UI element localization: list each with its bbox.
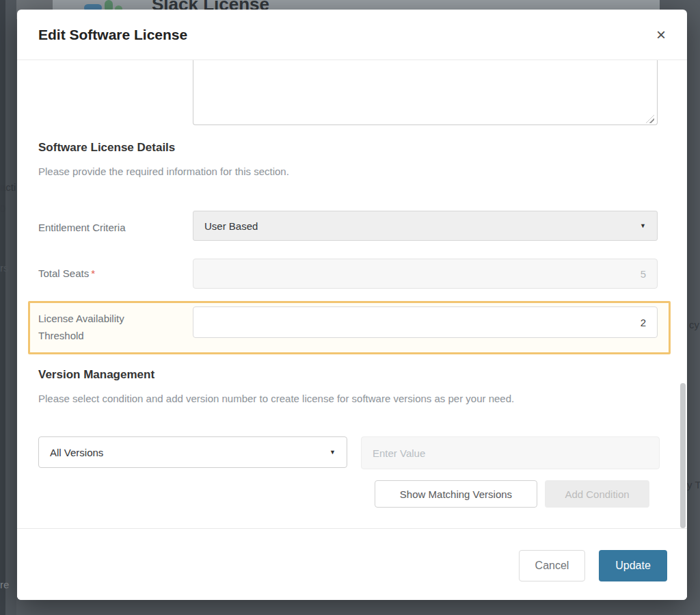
description-textarea[interactable]: [193, 60, 658, 125]
version-value-input[interactable]: [361, 436, 660, 469]
total-seats-input[interactable]: [193, 259, 658, 289]
license-availability-threshold-input[interactable]: [193, 306, 658, 338]
version-section-heading: Version Management: [38, 368, 154, 382]
modal-body: Software License Details Please provide …: [17, 60, 687, 528]
background-text-fragment: rs: [0, 262, 9, 274]
modal-scrollbar[interactable]: [680, 383, 686, 528]
edit-software-license-modal: Edit Software License × Software License…: [17, 10, 687, 600]
close-icon[interactable]: ×: [651, 26, 671, 45]
page-backdrop: Slack License acti 0 rs re cy y T Edit S…: [0, 0, 700, 615]
modal-header: Edit Software License ×: [17, 10, 687, 60]
entitlement-criteria-select[interactable]: User Based ▼: [193, 211, 658, 241]
background-text-fragment: re: [0, 579, 9, 590]
version-condition-select[interactable]: All Versions ▼: [38, 436, 347, 468]
background-text-fragment: cy: [689, 319, 699, 330]
total-seats-label: Total Seats*: [38, 267, 95, 279]
license-availability-threshold-label: License Availability Threshold: [38, 310, 124, 344]
modal-footer: Cancel Update: [17, 528, 687, 600]
show-matching-versions-button[interactable]: Show Matching Versions: [375, 480, 537, 508]
chevron-down-icon: ▼: [329, 449, 336, 456]
chevron-down-icon: ▼: [640, 222, 646, 229]
details-section-heading: Software License Details: [38, 141, 175, 155]
background-text-fragment: acti: [0, 181, 16, 193]
background-text-fragment: 0: [0, 202, 5, 214]
background-text-fragment: y T: [687, 479, 700, 490]
background-sidebar: [0, 0, 16, 615]
required-asterisk: *: [91, 267, 95, 279]
threshold-highlight-box: License Availability Threshold: [28, 301, 671, 354]
update-button[interactable]: Update: [599, 550, 667, 581]
entitlement-criteria-value: User Based: [204, 220, 258, 232]
add-condition-button[interactable]: Add Condition: [545, 480, 649, 508]
details-section-subtitle: Please provide the required information …: [38, 166, 289, 177]
version-section-subtitle: Please select condition and add version …: [38, 393, 514, 404]
modal-title: Edit Software License: [38, 27, 187, 43]
version-condition-value: All Versions: [50, 447, 103, 458]
entitlement-criteria-label: Entitlement Criteria: [38, 222, 126, 233]
cancel-button[interactable]: Cancel: [519, 550, 585, 581]
